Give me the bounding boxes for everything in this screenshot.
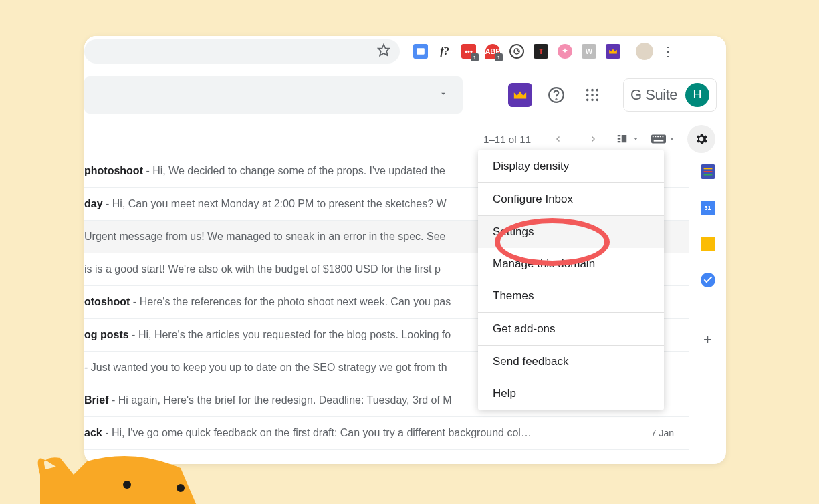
search-options-caret-icon[interactable]	[439, 89, 448, 101]
email-snippet: - Hi, Can you meet next Monday at 2:00 P…	[103, 198, 447, 209]
email-date: 7 Jan	[643, 428, 689, 438]
header-icons: G G SuiteSuite H	[508, 78, 717, 112]
crown-app-icon[interactable]	[508, 83, 532, 107]
svg-point-10	[596, 94, 599, 96]
svg-point-11	[586, 98, 589, 101]
svg-point-9	[591, 94, 594, 96]
menu-item-help[interactable]: Help	[478, 378, 664, 410]
settings-gear-button[interactable]	[687, 125, 715, 153]
menu-item-send-feedback[interactable]: Send feedback	[478, 346, 664, 378]
svg-rect-22	[660, 136, 661, 137]
email-snippet: - Hi, Here's the articles you requested …	[129, 329, 451, 340]
svg-rect-14	[618, 135, 621, 136]
svg-point-5	[586, 88, 589, 91]
svg-rect-15	[618, 138, 621, 140]
svg-point-7	[596, 88, 599, 91]
svg-point-29	[123, 481, 131, 489]
translate-extension-icon[interactable]	[413, 44, 428, 59]
menu-item-themes[interactable]: Themes	[478, 280, 664, 312]
apps-grid-icon[interactable]	[580, 83, 604, 107]
bookmark-star-icon[interactable]	[377, 43, 390, 59]
mascot-illustration	[27, 421, 241, 504]
crown-extension-icon[interactable]	[606, 44, 620, 59]
chrome-menu-icon[interactable]: ⋮	[657, 43, 679, 59]
svg-rect-27	[703, 171, 712, 172]
sidepanel-calendar-icon[interactable]: 31	[701, 201, 715, 215]
gsuite-badge[interactable]: G G SuiteSuite H	[623, 78, 717, 112]
adblock-extension-icon[interactable]: ABP 1	[485, 44, 500, 59]
svg-rect-26	[703, 168, 712, 170]
svg-point-6	[591, 88, 594, 91]
black-extension-icon[interactable]: T	[534, 44, 548, 59]
extension-badge: 1	[471, 53, 479, 61]
w-extension-icon[interactable]: W	[582, 44, 596, 59]
svg-rect-19	[653, 136, 654, 137]
svg-point-8	[586, 94, 589, 96]
browser-chrome: f? ••• 1 ABP 1 T W ⋮	[84, 36, 726, 67]
svg-point-4	[556, 98, 557, 99]
sidepanel-keep-icon[interactable]	[701, 237, 715, 251]
email-subject: otoshoot	[84, 296, 130, 307]
browser-extensions: f? ••• 1 ABP 1 T W	[413, 44, 620, 59]
sidepanel-tasks-icon[interactable]	[701, 164, 715, 179]
email-snippet: - Hi, We decided to change some of the p…	[143, 165, 445, 176]
svg-rect-21	[657, 136, 659, 137]
menu-item-manage-this-domain[interactable]: Manage this domain	[478, 248, 664, 280]
sidepanel-tasks2-icon[interactable]	[701, 273, 715, 287]
input-tools-button[interactable]	[651, 134, 675, 144]
svg-rect-1	[417, 48, 425, 54]
extension-badge: 1	[495, 53, 503, 61]
svg-rect-24	[654, 140, 664, 142]
svg-marker-0	[378, 45, 390, 56]
pagination-count: 1–11 of 11	[483, 134, 531, 145]
email-snippet: - Here's the references for the photo sh…	[130, 296, 451, 307]
menu-item-display-density[interactable]: Display density	[478, 150, 664, 182]
chrome-profile-avatar[interactable]	[636, 43, 653, 60]
email-snippet: - Just wanted you to keep you up to date…	[84, 362, 447, 373]
next-page-button[interactable]	[582, 128, 604, 150]
email-snippet: Urgent message from us! We managed to sn…	[84, 231, 445, 242]
circle-extension-icon[interactable]	[509, 44, 524, 59]
side-panel: 31 +	[689, 155, 726, 464]
sidepanel-add-icon[interactable]: +	[703, 331, 712, 348]
svg-rect-28	[703, 174, 712, 176]
menu-item-settings[interactable]: Settings	[478, 216, 664, 248]
gsuite-label: G G SuiteSuite	[630, 86, 677, 104]
settings-menu: Display densityConfigure InboxSettingsMa…	[478, 150, 664, 410]
address-bar[interactable]	[84, 39, 400, 64]
calendar-day-label: 31	[701, 201, 715, 215]
email-subject: day	[84, 198, 103, 209]
svg-point-30	[177, 484, 185, 492]
sidepanel-divider	[700, 309, 716, 309]
search-input[interactable]	[84, 76, 463, 114]
svg-rect-20	[655, 136, 657, 137]
svg-point-12	[591, 98, 594, 101]
chrome-separator	[626, 43, 626, 59]
email-subject: og posts	[84, 329, 129, 340]
svg-point-13	[596, 98, 599, 101]
menu-item-get-add-ons[interactable]: Get add-ons	[478, 313, 664, 345]
account-avatar[interactable]: H	[685, 83, 709, 107]
email-snippet: - Hi again, Here's the brief for the red…	[108, 394, 451, 406]
pink-extension-icon[interactable]	[558, 44, 572, 59]
email-snippet: is is a good start! We're also ok with t…	[84, 263, 441, 275]
prev-page-button[interactable]	[547, 128, 570, 150]
svg-rect-17	[622, 135, 627, 142]
email-subject: photoshoot	[84, 165, 143, 176]
help-icon[interactable]	[544, 83, 568, 107]
svg-rect-16	[618, 141, 621, 142]
font-extension-icon[interactable]: f?	[437, 44, 452, 59]
app-header: G G SuiteSuite H	[84, 67, 726, 123]
menu-item-configure-inbox[interactable]: Configure Inbox	[478, 183, 664, 215]
svg-rect-23	[663, 136, 664, 137]
extension-red-icon[interactable]: ••• 1	[461, 44, 476, 59]
email-subject: Brief	[84, 394, 108, 406]
split-pane-toggle[interactable]	[616, 133, 639, 145]
